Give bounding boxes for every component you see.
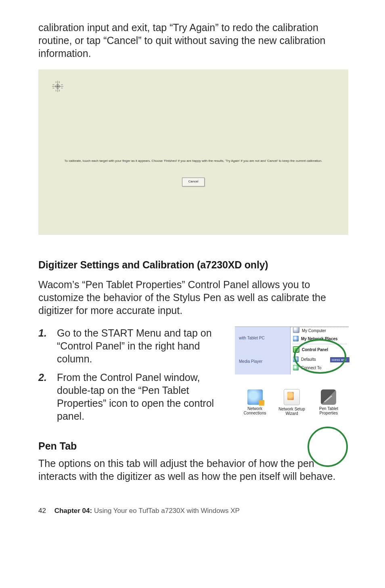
icon-label: Pen Tablet Properties xyxy=(312,406,345,415)
menu-separator xyxy=(292,344,347,344)
pen-tablet-properties-icon xyxy=(321,389,336,405)
step-number: 2. xyxy=(38,371,49,423)
calibration-screenshot: To calibrate, touch each target with you… xyxy=(38,69,348,235)
section-intro: Wacom’s “Pen Tablet Properties” Control … xyxy=(38,278,349,317)
menu-item-control-panel[interactable]: Control Panel xyxy=(291,345,349,354)
step-text: From the Control Panel window, double-ta… xyxy=(57,371,224,423)
network-setup-wizard-icon xyxy=(284,389,300,405)
icon-label: Network Connections xyxy=(239,406,271,415)
control-panel-icons-screenshot: Network Connections Network Setup Wizard… xyxy=(235,375,349,430)
menu-label: Control Panel xyxy=(302,347,328,352)
menu-label: My Computer xyxy=(302,329,326,333)
start-menu-screenshot: with Tablet PC Media Player My Computer … xyxy=(235,326,349,375)
page-number: 42 xyxy=(38,507,46,515)
intro-paragraph: calibration input and exit, tap “Try Aga… xyxy=(38,21,349,60)
steps-list: 1. Go to the START Menu and tap on “Cont… xyxy=(38,326,224,423)
start-menu-left-label: Media Player xyxy=(239,359,262,364)
pen-tab-heading: Pen Tab xyxy=(38,440,349,452)
menu-item-connect-to[interactable]: Connect To xyxy=(291,364,349,371)
start-menu-right-column: My Computer My Network Places Control Pa… xyxy=(290,327,349,375)
calibration-target-icon xyxy=(52,81,63,92)
calibration-instruction: To calibrate, touch each target with you… xyxy=(38,159,348,163)
menu-label: Defaults xyxy=(301,357,316,362)
control-panel-icon xyxy=(293,346,299,353)
network-connections-icon xyxy=(247,389,263,405)
menu-item-my-network-places[interactable]: My Network Places xyxy=(291,334,349,343)
chapter-label: Chapter 04: xyxy=(54,507,92,515)
step-number: 1. xyxy=(38,326,49,365)
menu-label: My Network Places xyxy=(301,337,338,341)
menu-label: Connect To xyxy=(301,366,321,370)
control-panel-screenshot: with Tablet PC Media Player My Computer … xyxy=(235,326,349,430)
tooltip: ccess and xyxy=(330,357,349,362)
step-item: 1. Go to the START Menu and tap on “Cont… xyxy=(38,326,224,365)
cancel-button[interactable]: Cancel xyxy=(182,178,205,186)
icon-pen-tablet-properties[interactable]: Pen Tablet Properties xyxy=(312,389,345,415)
pen-tab-text: The options on this tab will adjust the … xyxy=(38,457,349,483)
start-menu-left-label: with Tablet PC xyxy=(239,336,265,340)
icon-network-connections[interactable]: Network Connections xyxy=(239,389,271,415)
computer-icon xyxy=(293,327,299,333)
page-footer: 42 Chapter 04: Using Your eo TufTab a723… xyxy=(38,507,349,515)
step-text: Go to the START Menu and tap on “Control… xyxy=(57,326,224,365)
network-places-icon xyxy=(293,336,299,341)
step-item: 2. From the Control Panel window, double… xyxy=(38,371,224,423)
icon-label: Network Setup Wizard xyxy=(276,407,308,416)
connect-to-icon xyxy=(293,365,299,370)
defaults-icon xyxy=(293,356,299,362)
icon-network-setup-wizard[interactable]: Network Setup Wizard xyxy=(276,389,308,416)
section-heading: Digitizer Settings and Calibration (a723… xyxy=(38,259,349,271)
chapter-title: Using Your eo TufTab a7230X with Windows… xyxy=(92,507,240,515)
menu-item-my-computer[interactable]: My Computer xyxy=(291,327,349,334)
